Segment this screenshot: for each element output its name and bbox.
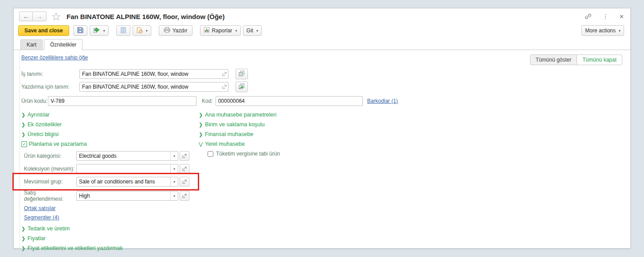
open-value-icon[interactable] (222, 71, 227, 78)
open-reference-button[interactable] (180, 177, 189, 187)
copy-pages-green-arrow-icon (239, 83, 245, 91)
seasonal-group-combo[interactable]: Sale of air conditioners and fans ▾ (76, 177, 178, 187)
section-label: Üretici bilgisi (27, 131, 59, 137)
go-button-label: Git (247, 27, 253, 34)
save-and-close-button[interactable]: Save and close (18, 25, 69, 36)
print-button-label: Yazdır (173, 27, 188, 34)
chevron-right-icon: ❯ (199, 132, 205, 137)
dropdown-arrow-icon[interactable]: ▾ (170, 191, 178, 200)
section-label: Tedarik ve üretim (27, 226, 70, 232)
open-reference-button[interactable] (180, 164, 189, 174)
show-all-button[interactable]: Tümünü göster (530, 55, 577, 65)
segments-link[interactable]: Segmentler (4) (24, 214, 59, 221)
code-input[interactable] (216, 96, 363, 106)
register-list-icon (121, 27, 126, 35)
product-code-input[interactable] (48, 96, 196, 106)
collapse-all-button[interactable]: Tümünü kapat (577, 55, 622, 65)
excise-tax-checkbox[interactable] (208, 151, 213, 157)
titlebar: ← → Fan BINATONE ALPINE 160W, floor, win… (14, 8, 630, 24)
section-label: Fiyat etiketlerini ve etiketleri yazdırm… (27, 245, 123, 251)
dropdown-arrow-icon[interactable]: ▾ (170, 152, 178, 160)
planlama-fields: Ürün kategorisi: Electrical goods ▾ Kole… (21, 151, 199, 221)
print-description-label: Yazdırma için tanım: (21, 84, 79, 90)
open-reference-button[interactable] (180, 191, 189, 201)
work-description-input[interactable] (79, 69, 228, 79)
chevron-down-icon: ⋁ (199, 141, 205, 147)
seasonal-group-label: Mevsimsel grup: (24, 179, 76, 185)
reports-button[interactable]: Raporlar ▾ (200, 25, 241, 36)
floppy-disk-icon (77, 27, 83, 35)
close-icon[interactable]: ✕ (619, 13, 624, 20)
joint-sales-link[interactable]: Ortak satışlar (24, 205, 55, 211)
collection-season-label: Koleksiyon (mevsim): (24, 166, 76, 172)
tab-bar: Kart Öznitelikler (14, 39, 630, 50)
forward-button[interactable]: → (33, 12, 47, 21)
section-yerel-muhasebe[interactable]: ⋁ Yerel muhasebe (199, 139, 622, 149)
more-actions-button[interactable]: More actions ▾ (581, 25, 624, 36)
similar-item-link[interactable]: Benzer özelliklere sahip öğe (21, 55, 88, 61)
section-fiyat-etiketleri[interactable]: ❯ Fiyat etiketlerini ve etiketleri yazdı… (21, 243, 199, 253)
section-fiyatlar[interactable]: ❯ Fiyatlar (21, 234, 199, 243)
collection-season-combo[interactable]: ▾ (76, 164, 178, 174)
reports-button-label: Raporlar (212, 27, 232, 34)
post-document-button[interactable]: ▾ (90, 25, 109, 36)
printer-icon (164, 27, 170, 34)
caret-down-icon: ▾ (146, 29, 148, 33)
barcodes-link[interactable]: Barkodlar (1) (367, 98, 398, 104)
copy-print-description-button[interactable] (236, 82, 248, 92)
copy-description-button[interactable] (236, 69, 248, 79)
chevron-right-icon: ❯ (21, 112, 27, 118)
product-category-combo[interactable]: Electrical goods ▾ (76, 151, 178, 161)
caret-down-icon: ▾ (619, 29, 620, 33)
excise-checkbox-row: Tüketim vergisine tabi ürün (199, 151, 622, 157)
caret-down-icon: ▾ (256, 29, 258, 33)
section-finansal-muhasebe[interactable]: ❯ Finansal muhasebe (199, 129, 622, 139)
section-label: Finansal muhasebe (205, 131, 253, 137)
print-button[interactable]: Yazdır (159, 25, 192, 36)
open-value-icon[interactable] (222, 84, 227, 90)
chevron-right-icon: ❯ (21, 226, 27, 232)
chevron-right-icon: ❯ (21, 245, 27, 251)
caret-down-icon: ▾ (236, 29, 237, 33)
section-ana-muhasebe[interactable]: ❯ Ana muhasebe parametreleri (199, 110, 622, 120)
section-label: Fiyatlar (27, 235, 46, 241)
product-category-label: Ürün kategorisi: (24, 153, 76, 159)
combo-value: High (77, 193, 170, 199)
open-reference-button[interactable] (180, 151, 189, 161)
kebab-menu-icon[interactable]: ⋮ (602, 13, 609, 20)
register-records-button[interactable] (116, 25, 130, 36)
report-chart-icon (204, 27, 210, 34)
section-label: Ana muhasebe parametreleri (205, 112, 276, 118)
expand-toggle-group: Tümünü göster Tümünü kapat (530, 55, 622, 65)
section-label: Birim ve saklama koşulu (205, 121, 265, 128)
sales-rating-combo[interactable]: High ▾ (76, 191, 178, 201)
code-label: Kod: (202, 98, 213, 104)
save-button[interactable] (73, 25, 87, 36)
print-description-input[interactable] (79, 82, 228, 92)
section-label: Yerel muhasebe (205, 141, 245, 147)
section-uretici-bilgisi[interactable]: ❯ Üretici bilgisi (21, 129, 199, 139)
section-ek-oznitelikler[interactable]: ❯ Ek öznitelikler (21, 120, 199, 129)
chevron-right-icon: ❯ (199, 122, 205, 128)
caret-down-icon: ▾ (103, 29, 105, 33)
change-history-button[interactable]: ▾ (133, 25, 151, 36)
favorite-star-icon[interactable] (52, 12, 60, 20)
toolbar: Save and close ▾ ▾ Yazdır Raporlar ▾ Git… (14, 24, 630, 39)
back-button[interactable]: ← (19, 12, 33, 21)
section-birim-saklama[interactable]: ❯ Birim ve saklama koşulu (199, 120, 622, 129)
section-ayrintilar[interactable]: ❯ Ayrıntılar (21, 110, 199, 120)
checked-section-icon: ✓ (21, 141, 27, 147)
tab-oznitelikler[interactable]: Öznitelikler (44, 39, 82, 50)
combo-value: Sale of air conditioners and fans (77, 179, 170, 185)
section-tedarik-ve-uretim[interactable]: ❯ Tedarik ve üretim (21, 224, 199, 234)
tab-kart[interactable]: Kart (20, 39, 43, 50)
excise-tax-checkbox-label: Tüketim vergisine tabi ürün (216, 151, 280, 157)
item-card-window: ← → Fan BINATONE ALPINE 160W, floor, win… (13, 8, 631, 249)
chevron-right-icon: ❯ (21, 122, 27, 128)
more-actions-label: More actions (585, 27, 616, 34)
section-planlama-ve-pazarlama[interactable]: ✓ Planlama ve pazarlama (21, 139, 199, 149)
get-link-icon[interactable] (585, 13, 592, 20)
go-button[interactable]: Git ▾ (243, 25, 262, 36)
dropdown-arrow-icon[interactable]: ▾ (170, 164, 178, 173)
dropdown-arrow-icon[interactable]: ▾ (170, 177, 178, 186)
